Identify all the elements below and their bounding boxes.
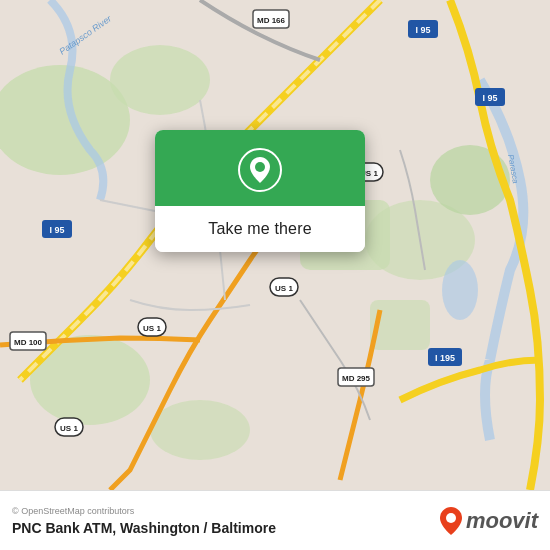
popup-icon-area <box>155 130 365 206</box>
svg-point-6 <box>150 400 250 460</box>
place-name-text: PNC Bank ATM, Washington / Baltimore <box>12 520 276 536</box>
take-me-there-button[interactable]: Take me there <box>155 206 365 252</box>
svg-text:I 95: I 95 <box>415 25 430 35</box>
svg-text:MD 166: MD 166 <box>257 16 286 25</box>
moovit-logo: moovit <box>440 507 538 535</box>
svg-text:MD 295: MD 295 <box>342 374 371 383</box>
svg-text:US 1: US 1 <box>60 424 78 433</box>
moovit-brand-text: moovit <box>466 508 538 534</box>
svg-point-2 <box>110 45 210 115</box>
svg-text:I 195: I 195 <box>435 353 455 363</box>
svg-point-36 <box>446 513 456 523</box>
map-container: I 95 I 95 I 95 I 195 US 1 US 1 US 1 US 1… <box>0 0 550 490</box>
location-popup: Take me there <box>155 130 365 252</box>
attribution-text: © OpenStreetMap contributors <box>12 506 276 516</box>
location-pin-icon <box>238 148 282 192</box>
bottom-bar: © OpenStreetMap contributors PNC Bank AT… <box>0 490 550 550</box>
moovit-pin-icon <box>440 507 462 535</box>
bottom-left: © OpenStreetMap contributors PNC Bank AT… <box>12 506 276 536</box>
svg-text:US 1: US 1 <box>143 324 161 333</box>
svg-text:I 95: I 95 <box>49 225 64 235</box>
svg-text:I 95: I 95 <box>482 93 497 103</box>
svg-text:MD 100: MD 100 <box>14 338 43 347</box>
svg-point-35 <box>255 162 265 172</box>
svg-point-9 <box>442 260 478 320</box>
svg-text:US 1: US 1 <box>275 284 293 293</box>
